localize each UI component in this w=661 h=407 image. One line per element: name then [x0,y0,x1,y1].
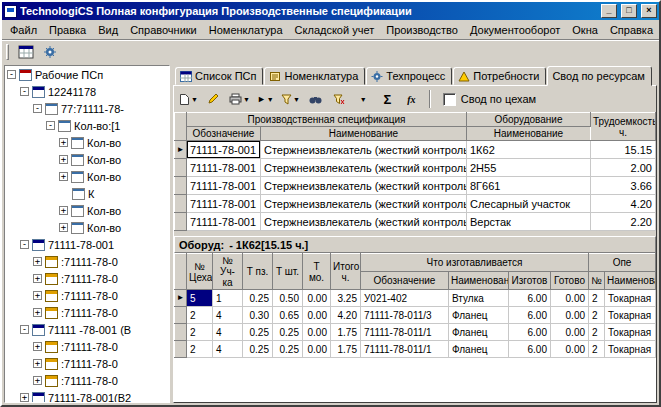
tab-needs[interactable]: Потребности [453,67,546,85]
svod-po-tseham-checkbox[interactable] [443,93,456,106]
cell-designation[interactable]: 71111-78-011/1 [361,324,449,341]
menu-item-docflow[interactable]: Документооборот [464,22,566,38]
column-header-op-no[interactable]: № [589,272,605,290]
cell-tmo[interactable]: 0.00 [303,341,331,358]
expand-toggle[interactable]: + [59,138,68,147]
tree-node[interactable]: +Кол-во [5,168,169,185]
expand-toggle[interactable]: + [59,155,68,164]
expand-toggle[interactable]: - [20,325,29,334]
column-header-name[interactable]: Наименован [449,272,509,290]
cell-op-no[interactable]: 2 [589,324,605,341]
cell-tmo[interactable]: 0.00 [303,290,331,307]
cell-tmo[interactable]: 0.00 [303,307,331,324]
tree-node[interactable]: +Кол-во [5,134,169,151]
cell-tmo[interactable]: 0.00 [303,324,331,341]
column-header-total[interactable]: Итого ч. [331,254,361,290]
cell-name[interactable]: Стержнеизвлекатель (жесткий контроль [261,177,467,195]
cell-tpz[interactable]: 0.30 [243,307,273,324]
tree-node[interactable]: +71111-78-001(В2 [5,389,169,403]
cell-op-no[interactable]: 2 [589,307,605,324]
run-button[interactable]: ► ▼ [254,88,277,110]
toolbar-grip[interactable] [6,44,9,60]
tree-node-root[interactable]: -Рабочие ПСп [5,66,169,83]
expand-toggle[interactable]: + [59,223,68,232]
column-header-labor[interactable]: Трудоемкость ч. [591,113,656,141]
expand-toggle[interactable]: + [20,393,29,402]
sort-button[interactable]: ▼ [352,88,375,110]
column-header-designation[interactable]: Обозначение [187,127,261,141]
table-row[interactable]: ► 5 1 0.25 0.50 0.00 3.25 У021-402 Втулк… [175,290,656,307]
tree-node[interactable]: +Кол-во [5,151,169,168]
cell-equipment[interactable]: 8Г661 [467,177,591,195]
tree-node[interactable]: +:71111-78-0 [5,270,169,287]
column-header-name[interactable]: Наименование [261,127,467,141]
cell-designation[interactable]: 71111-78-001 [187,159,261,177]
menu-item-warehouse[interactable]: Складской учет [289,22,381,38]
column-header-shop[interactable]: № Цеха [187,254,213,290]
expand-toggle[interactable]: - [33,104,42,113]
tab-techprocess[interactable]: Техпроцесс [366,67,452,85]
cell-labor[interactable]: 2.20 [591,213,656,231]
cell-designation[interactable]: 71111-78-011/3 [361,307,449,324]
table-row[interactable]: 71111-78-001 Стержнеизвлекатель (жесткий… [175,159,656,177]
cell-designation[interactable]: 71111-78-011/1 [361,341,449,358]
cell-ready[interactable]: 0.00 [551,290,589,307]
expand-toggle[interactable]: - [7,70,16,79]
cell-op-no[interactable]: 2 [589,341,605,358]
cell-designation[interactable]: 71111-78-001 [187,213,261,231]
cell-tsht[interactable]: 0.50 [273,290,303,307]
cell-name[interactable]: Стержнеизвлекатель (жесткий контроль [261,213,467,231]
cell-tpz[interactable]: 0.25 [243,324,273,341]
expand-toggle[interactable]: + [33,359,42,368]
expand-toggle[interactable]: - [20,87,29,96]
tab-psp-list[interactable]: Список ПСп [175,67,263,85]
expand-toggle[interactable]: + [33,257,42,266]
column-header-ready[interactable]: Готово [551,272,589,290]
cell-make[interactable]: 6.00 [509,307,551,324]
tree-node[interactable]: -71111-78-001 [5,236,169,253]
minimize-button[interactable]: _ [601,4,617,18]
cell-tsht[interactable]: 0.25 [273,341,303,358]
menu-item-nomenclature[interactable]: Номенклатура [203,22,289,38]
filter-button[interactable]: ▼ [278,88,303,110]
table-row[interactable]: 71111-78-001 Стержнеизвлекатель (жесткий… [175,213,656,231]
print-button[interactable]: ▼ [226,88,253,110]
cell-tpz[interactable]: 0.25 [243,341,273,358]
cell-name[interactable]: Фланец [449,307,509,324]
function-button[interactable]: fx [400,88,423,110]
expand-toggle[interactable]: + [33,274,42,283]
cell-labor[interactable]: 15.15 [591,141,656,159]
cell-tpz[interactable]: 0.25 [243,290,273,307]
column-header-tpz[interactable]: Т пз. [243,254,273,290]
cell-op-name[interactable]: Токарная [605,290,656,307]
cell-name[interactable]: Стержнеизвлекатель (жесткий контроль [261,159,467,177]
cell-total[interactable]: 1.75 [331,341,361,358]
cell-shop[interactable]: 2 [187,324,213,341]
cell-equipment[interactable]: Верстак [467,213,591,231]
column-header-section[interactable]: № Уч-ка [213,254,243,290]
tree-node[interactable]: +:71111-78-0 [5,372,169,389]
tab-resource-summary[interactable]: Свод по ресурсам [547,66,652,86]
tab-nomenclature[interactable]: Номенклатура [264,67,365,85]
cell-labor[interactable]: 2.00 [591,159,656,177]
sum-button[interactable]: Σ [376,88,399,110]
cell-total[interactable]: 4.20 [331,307,361,324]
cell-labor[interactable]: 4.20 [591,195,656,213]
table-row[interactable]: 71111-78-001 Стержнеизвлекатель (жесткий… [175,195,656,213]
cell-op-name[interactable]: Токарная [605,341,656,358]
cell-name[interactable]: Стержнеизвлекатель (жесткий контроль [261,141,467,159]
cell-designation[interactable]: 71111-78-001 [187,195,261,213]
cell-labor[interactable]: 3.66 [591,177,656,195]
column-header-op-name[interactable]: Наименован [605,272,656,290]
cell-shop[interactable]: 2 [187,307,213,324]
cell-name[interactable]: Фланец [449,341,509,358]
expand-toggle[interactable]: + [33,376,42,385]
column-header-make[interactable]: Изготов [509,272,551,290]
cell-ready[interactable]: 0.00 [551,324,589,341]
cell-op-no[interactable]: 2 [589,290,605,307]
psp-grid-button[interactable] [14,41,37,63]
settings-button[interactable] [38,41,61,63]
table-row[interactable]: 2 4 0.30 0.65 0.00 4.20 71111-78-011/3 Ф… [175,307,656,324]
tree-node[interactable]: -Кол-во:[1 [5,117,169,134]
cell-name[interactable]: Стержнеизвлекатель (жесткий контроль [261,195,467,213]
